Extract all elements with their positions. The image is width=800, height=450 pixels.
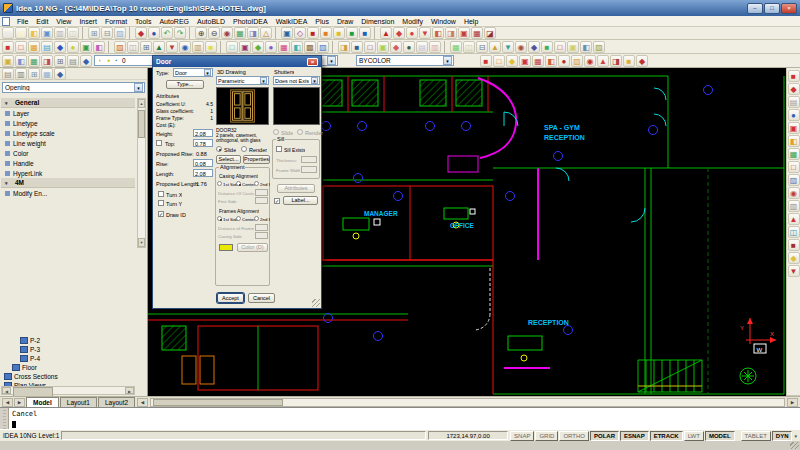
- dialog-resize-grip[interactable]: [312, 299, 320, 307]
- tree-item[interactable]: P-2: [1, 336, 135, 345]
- object-type-combo[interactable]: Opening ▾: [2, 82, 145, 93]
- toolbar-icon[interactable]: ●: [67, 41, 79, 53]
- scroll-track[interactable]: [11, 387, 125, 394]
- property-row[interactable]: Color: [1, 148, 135, 158]
- status-toggle-button[interactable]: LWT: [684, 431, 704, 441]
- dropdown-arrow-icon[interactable]: ▾: [443, 56, 452, 65]
- casing-2nd-side-radio[interactable]: [254, 181, 259, 186]
- property-row[interactable]: Line weight: [1, 138, 135, 148]
- toolbar-icon[interactable]: ■: [359, 27, 371, 39]
- turn-x-checkbox[interactable]: [158, 191, 164, 197]
- status-toggle-button[interactable]: TABLET: [741, 431, 771, 441]
- door-type-combo[interactable]: Door ▾: [173, 68, 213, 77]
- menu-item[interactable]: PhotoIDEA: [229, 16, 272, 27]
- casing-1st-side-radio[interactable]: [217, 181, 222, 186]
- toolbar-icon[interactable]: ▦: [788, 148, 800, 160]
- toolbar-icon[interactable]: ↶: [161, 27, 173, 39]
- toolbar-icon[interactable]: ▤: [416, 41, 428, 53]
- hscroll-right-icon[interactable]: ▶: [787, 398, 798, 407]
- toolbar-icon[interactable]: ▨: [114, 27, 126, 39]
- toolbar-icon[interactable]: ◉: [584, 55, 596, 67]
- toolbar-icon[interactable]: ◆: [393, 27, 405, 39]
- status-toggle-button[interactable]: GRID: [535, 431, 558, 441]
- toolbar-icon[interactable]: ▤: [788, 96, 800, 108]
- toolbar-icon[interactable]: ◧: [545, 55, 557, 67]
- plotstyle-combo[interactable]: BYCOLOR ▾: [356, 55, 454, 66]
- toolbar-icon[interactable]: ◫: [463, 41, 475, 53]
- status-toggle-button[interactable]: MODEL: [705, 431, 735, 441]
- toolbar-icon[interactable]: ⊟: [101, 27, 113, 39]
- type-button[interactable]: Type...: [166, 80, 204, 89]
- toolbar-icon[interactable]: ◉: [179, 41, 191, 53]
- tree-item[interactable]: P-3: [1, 345, 135, 354]
- toolbar-icon[interactable]: □: [493, 55, 505, 67]
- door-color-swatch[interactable]: [219, 244, 233, 251]
- property-row[interactable]: Linetype: [1, 118, 135, 128]
- toolbar-icon[interactable]: ▤: [2, 27, 14, 39]
- toolbar-icon[interactable]: ▥: [15, 68, 27, 80]
- toolbar-icon[interactable]: ●: [406, 27, 418, 39]
- door-preview[interactable]: [216, 87, 269, 125]
- frames-center-radio[interactable]: [236, 216, 241, 221]
- menu-item[interactable]: Plus: [311, 16, 333, 27]
- toolbar-icon[interactable]: ⊖: [208, 27, 220, 39]
- toolbar-icon[interactable]: ⊞: [88, 27, 100, 39]
- select-button[interactable]: Select...: [216, 155, 241, 164]
- dropdown-arrow-icon[interactable]: ▾: [260, 77, 267, 84]
- properties-button[interactable]: Properties...: [243, 155, 270, 164]
- toolbar-icon[interactable]: ◆: [528, 41, 540, 53]
- toolbar-icon[interactable]: ■: [788, 239, 800, 251]
- menu-item[interactable]: Draw: [333, 16, 357, 27]
- toolbar-icon[interactable]: ◉: [515, 41, 527, 53]
- tree-item[interactable]: Floor: [1, 363, 135, 372]
- status-toggle-button[interactable]: ESNAP: [620, 431, 649, 441]
- toolbar-icon[interactable]: ◧: [93, 41, 105, 53]
- toolbar-icon[interactable]: ◧: [432, 27, 444, 39]
- menu-item[interactable]: Insert: [75, 16, 101, 27]
- scroll-thumb[interactable]: [13, 387, 53, 396]
- frames-1st-side-radio[interactable]: [217, 216, 222, 221]
- toolbar-icon[interactable]: ▣: [519, 55, 531, 67]
- toolbar-icon[interactable]: ◆: [788, 83, 800, 95]
- property-row[interactable]: Linetype scale: [1, 128, 135, 138]
- toolbar-icon[interactable]: ⊟: [476, 41, 488, 53]
- scroll-thumb[interactable]: [138, 110, 145, 138]
- toolbar-icon[interactable]: ◧: [580, 41, 592, 53]
- toolbar-icon[interactable]: ◨: [41, 55, 53, 67]
- toolbar-icon[interactable]: ■: [351, 41, 363, 53]
- toolbar-icon[interactable]: ▣: [377, 41, 389, 53]
- scroll-track[interactable]: [138, 108, 145, 238]
- toolbar-icon[interactable]: ■: [333, 27, 345, 39]
- dropdown-arrow-icon[interactable]: ▾: [327, 56, 336, 65]
- status-toggle-button[interactable]: ORTHO: [559, 431, 589, 441]
- toolbar-icon[interactable]: ◆: [80, 55, 92, 67]
- menu-item[interactable]: File: [13, 16, 32, 27]
- menu-item[interactable]: Window: [427, 16, 460, 27]
- menu-item[interactable]: Help: [460, 16, 482, 27]
- scroll-left-icon[interactable]: ◀: [2, 387, 11, 394]
- label-checkbox[interactable]: ✓: [274, 198, 280, 204]
- draw-id-checkbox[interactable]: ✓: [158, 211, 164, 217]
- property-row[interactable]: 4M: [1, 178, 135, 188]
- sidebar-vscrollbar[interactable]: ▲ ▼: [137, 98, 146, 248]
- command-grip[interactable]: [0, 408, 9, 429]
- label-button[interactable]: Label...: [283, 196, 318, 205]
- accept-button[interactable]: Accept: [217, 293, 244, 303]
- toolbar-icon[interactable]: ▤: [67, 55, 79, 67]
- toolbar-icon[interactable]: ◫: [788, 226, 800, 238]
- close-button[interactable]: ×: [781, 3, 797, 14]
- toolbar-icon[interactable]: ⊞: [54, 55, 66, 67]
- toolbar-icon[interactable]: ◆: [390, 41, 402, 53]
- toolbar-icon[interactable]: ◆: [135, 27, 147, 39]
- toolbar-icon[interactable]: ▣: [567, 41, 579, 53]
- toolbar-icon[interactable]: ▨: [317, 41, 329, 53]
- toolbar-icon[interactable]: ◨: [338, 41, 350, 53]
- toolbar-icon[interactable]: ▣: [80, 41, 92, 53]
- toolbar-icon[interactable]: ◆: [54, 68, 66, 80]
- toolbar-icon[interactable]: ⊕: [195, 27, 207, 39]
- toolbar-icon[interactable]: ▣: [788, 122, 800, 134]
- command-window[interactable]: Cancel: [0, 407, 800, 429]
- toolbar-icon[interactable]: ▲: [380, 27, 392, 39]
- toolbar-icon[interactable]: ▦: [471, 27, 483, 39]
- toolbar-icon[interactable]: ▦: [28, 55, 40, 67]
